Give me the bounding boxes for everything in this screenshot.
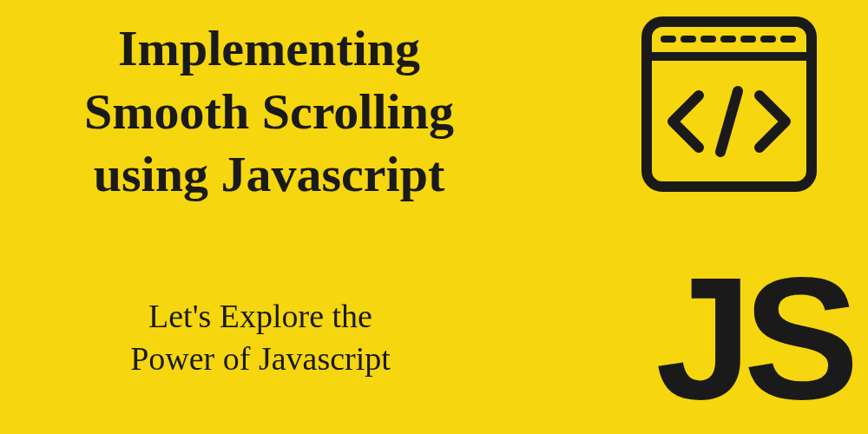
title-line-2: Smooth Scrolling [9,81,529,144]
svg-line-9 [720,91,738,152]
js-logo: JS [655,252,851,425]
subtitle-line-2: Power of Javascript [52,338,469,380]
title-line-1: Implementing [9,17,529,81]
code-window-icon [634,9,825,203]
subtitle-line-1: Let's Explore the [52,295,469,338]
subtitle: Let's Explore the Power of Javascript [52,295,469,381]
main-title: Implementing Smooth Scrolling using Java… [9,17,529,207]
title-line-3: using Javascript [9,143,529,207]
